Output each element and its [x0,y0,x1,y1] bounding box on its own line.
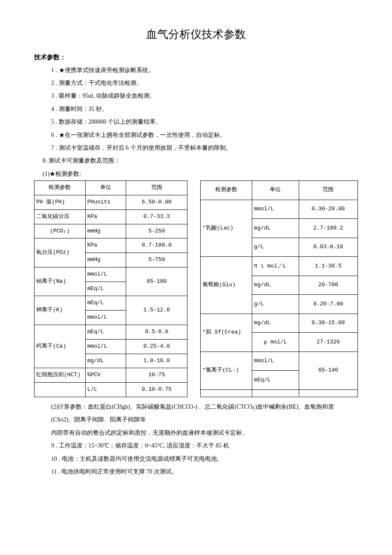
cell-range: 27-1326 [299,333,357,352]
section-heading: 技术参数： [34,52,358,62]
spec-item-2: 2 . 测量方式：干式电化学法检测。 [51,78,358,88]
cell-range: 2.7-180.2 [299,219,357,238]
table-row [201,389,358,397]
cell-range: 0.7-33.3 [126,209,187,224]
cell-range: 0.30-15.00 [299,314,357,333]
table-row: *肌 Sf(Crea) mg/dL 0.30-15.00 [201,314,358,333]
cell-range: 10-75 [126,368,187,383]
cell-unit: mmol/L [252,200,299,219]
cell-unit: mmHg [85,253,126,267]
cell-param: 葡萄糖(Glu) [201,257,252,314]
after-list: (2)计算参数：血红蛋白(CHgb)、实际碳酸氢盐(CHCO3-) 、总二氧化碳… [51,402,358,477]
cell-range: 85-180 [126,267,187,296]
cell-range: 0.30-20.00 [299,200,357,219]
cell-unit: mEq/L [85,282,126,296]
table-row: 氧分压(POz) KPa 0.7-100.0 [35,238,187,253]
cell-range: 0.03-0.18 [299,238,357,257]
spec-item-8-1: (1)★检测参数: [43,169,358,179]
cell-unit: mg/dL [85,354,126,368]
th-range: 范围 [299,181,357,200]
th-param: 检测参数 [201,181,252,200]
cell-range: 20-700 [299,276,357,295]
cell-param: *肌 Sf(Crea) [201,314,252,352]
table-row: 红细胞压积(HCT) %PCV 10-75 [35,368,187,383]
cell-unit: PHunits [85,195,126,209]
table-row: (PCO₂) mmHg 5-250 [35,224,187,238]
cell-unit: g/L [252,238,299,257]
cell-unit: mg/dL [252,276,299,295]
cell-unit: π ι mol／L [252,257,299,276]
cell-unit: mmol/L [252,352,299,371]
cell-unit: mEq/L [252,371,299,390]
table-row: 葡萄糖(Glu) π ι mol／L 1.1-38.5 [201,257,358,276]
cell-param: (PCO₂) [35,224,86,238]
cell-unit: mEq/L [85,325,126,340]
cell-param: *乳酸(Lac) [201,200,252,257]
cell-unit: mg/dL [252,219,299,238]
cell-range: 1.1-38.5 [299,257,357,276]
calc-params-line2: (CSo2)、阴离子间隙、阳离子间隙等 [51,415,358,424]
table-row: *乳酸(Lac) mmol/L 0.30-20.00 [201,200,358,219]
cell-param [35,383,86,397]
cell-param: 氧分压(POz) [35,238,86,267]
page-title: 血气分析仪技术参数 [34,26,358,44]
table-row: 钙离子(Ca) mEq/L 0.5-8.0 [35,325,187,340]
table-row: 钠离子(Na) mmol/L 85-180 [35,267,187,282]
cell-range: 5-250 [126,224,187,238]
table-header-row: 检测参数 单位 范围 [35,181,187,195]
spec-item-4: 4 . 测量时间：35 秒。 [51,105,358,114]
table-row: 钾离子(K) mEq/L 1.5-12.0 [35,296,187,311]
cell-unit: mEq/L [85,296,126,311]
right-parameter-table: 检测参数 单位 范围 *乳酸(Lac) mmol/L 0.30-20.00 mg… [200,180,358,397]
cell-param: 钠离子(Na) [35,267,86,296]
spec-item-10: 10 . 电池：主机及读数器均可使用交流电源或锂离子可充电电池。 [51,454,358,464]
cell-unit: mmol/L [85,339,126,354]
cell-param [201,389,252,397]
calibration-note: 内部带有自动的整合式的定标和质控，无需额外的血液样本做测试卡定标。 [51,428,358,438]
table-header-row: 检测参数 单位 范围 [201,181,358,200]
cell-range [299,389,357,397]
cell-unit: mg/dL [252,314,299,333]
th-unit: 单位 [85,181,126,195]
spec-item-1: 1 . ★便携掌式快速床旁检测诊断系统。 [51,66,358,75]
cell-range: 1.5-12.0 [126,296,187,325]
spec-item-7: 7 . 测试卡室温储存，开封后 6 个月的使用效期，不受标本量的限制。 [51,143,358,153]
cell-param: PH 值(PH) [35,195,86,209]
spec-item-6: 6 . ★在一张测试卡上拥有全部测试参数，一次性使用，自动定标。 [51,131,358,140]
cell-range: 5-750 [126,253,187,267]
spec-item-5: 5 . 数据存储：200000 个以上的测量结果。 [51,117,358,127]
th-unit: 单位 [252,181,299,200]
cell-range: 0.7-100.0 [126,238,187,253]
cell-range: 6.50-8.00 [126,195,187,209]
cell-unit: mmol/L [85,311,126,325]
cell-unit: KPa [85,209,126,224]
cell-unit: mmol/L [85,267,126,282]
cell-range: 0.10-0.75 [126,383,187,397]
cell-range: 0.20-7.00 [299,295,357,314]
table-row: PH 值(PH) PHunits 6.50-8.00 [35,195,187,209]
spec-item-11: 11 . 电池供电时间正常使用时可支撑 70 次测试。 [51,467,358,477]
cell-range: 0.25-4.0 [126,339,187,354]
cell-param: *氯离子(CL-) [201,352,252,389]
cell-unit: %PCV [85,368,126,383]
cell-param: 钾离子(K) [35,296,86,325]
cell-param: 二氧化碳分压 [35,209,86,224]
cell-unit: μ mol/L [252,333,299,352]
cell-range: 1.0-16.0 [126,354,187,368]
cell-unit: mmHg [85,224,126,238]
left-parameter-table: 检测参数 单位 范围 PH 值(PH) PHunits 6.50-8.00 二氧… [34,180,187,397]
spec-list: 1 . ★便携掌式快速床旁检测诊断系统。 2 . 测量方式：干式电化学法检测。 … [51,66,358,153]
th-param: 检测参数 [35,181,86,195]
cell-range: 65-140 [299,352,357,389]
table-row: L/L 0.10-0.75 [35,383,187,397]
tables-container: 检测参数 单位 范围 PH 值(PH) PHunits 6.50-8.00 二氧… [34,180,358,397]
cell-param: 钙离子(Ca) [35,325,86,368]
spec-item-9: 9 . 工作温度：15~30℃；储存温度：0~45°C, 适应湿度：不大于 85… [51,441,358,450]
calc-params-line1: (2)计算参数：血红蛋白(CHgb)、实际碳酸氢盐(CHCO3-) 、总二氧化碳… [51,402,358,412]
th-range: 范围 [126,181,187,195]
table-row: *氯离子(CL-) mmol/L 65-140 [201,352,358,371]
cell-range: 0.5-8.0 [126,325,187,340]
table-row: 二氧化碳分压 KPa 0.7-33.3 [35,209,187,224]
cell-unit: g/L [252,295,299,314]
cell-param: 红细胞压积(HCT) [35,368,86,383]
